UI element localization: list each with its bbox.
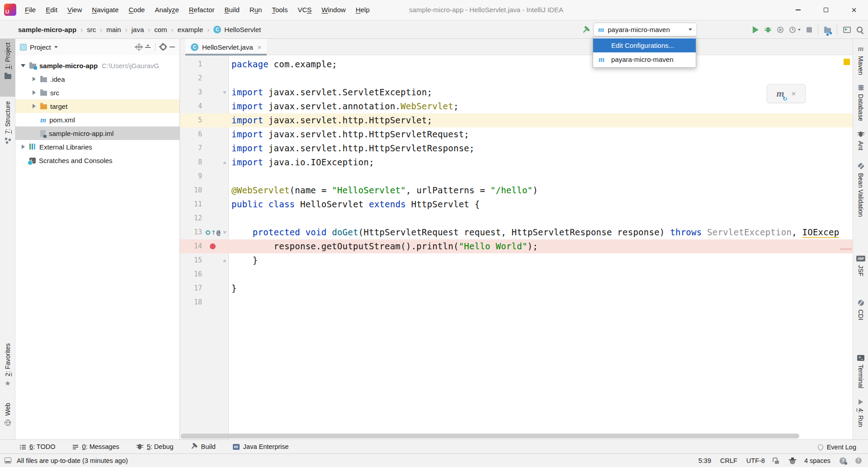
fold-down-icon[interactable]: [223, 91, 226, 94]
tree-item-scratches-and-consoles[interactable]: Scratches and Consoles: [15, 154, 179, 167]
collapse-all-button[interactable]: [145, 44, 151, 50]
breadcrumb-item-main[interactable]: main: [106, 26, 121, 33]
restore-button[interactable]: [812, 0, 840, 20]
highlighting-level-icon[interactable]: [790, 459, 795, 464]
notifications-icon[interactable]: [855, 458, 862, 464]
close-button[interactable]: ×: [840, 0, 868, 20]
tree-arrow-icon[interactable]: [31, 104, 37, 108]
locate-file-button[interactable]: [136, 44, 142, 50]
override-marker-icon[interactable]: [206, 230, 210, 235]
profiler-button[interactable]: [789, 27, 796, 33]
minimize-button[interactable]: [784, 0, 812, 20]
tree-arrow-icon[interactable]: [31, 77, 37, 81]
run-button[interactable]: [753, 26, 759, 33]
inspection-indicator-icon[interactable]: [844, 59, 850, 65]
project-structure-button[interactable]: [824, 28, 831, 33]
stripe-button-database[interactable]: Database: [853, 81, 868, 123]
breadcrumb-item-src[interactable]: src: [87, 26, 96, 33]
caret-position[interactable]: 5:39: [698, 457, 711, 464]
hide-panel-button[interactable]: [170, 47, 175, 47]
tree-item-idea[interactable]: .idea: [15, 72, 179, 86]
settings-gear-button[interactable]: [160, 44, 166, 50]
lock-icon[interactable]: [775, 461, 779, 464]
toolwindow-button-5-debug[interactable]: 5: Debug: [137, 443, 174, 451]
tree-arrow-icon[interactable]: [31, 90, 37, 95]
stripe-button-1-project[interactable]: 1: Project: [0, 39, 15, 97]
code-line-14: 14 response.getOutputStream().println("H…: [180, 239, 853, 253]
run-configuration-select[interactable]: m payara-micro-maven: [593, 23, 697, 37]
tree-item-sample-micro-app-iml[interactable]: sample-micro-app.iml: [15, 126, 179, 140]
menu-refactor[interactable]: Refactor: [184, 0, 220, 20]
indent-setting[interactable]: 4 spaces: [804, 457, 830, 464]
menu-build[interactable]: Build: [219, 0, 244, 20]
event-log-button[interactable]: Event Log: [818, 440, 856, 454]
stripe-button-4-run[interactable]: 4: Run: [853, 396, 868, 425]
tree-item-external-libraries[interactable]: External Libraries: [15, 140, 179, 154]
menu-navigate[interactable]: Navigate: [87, 0, 123, 20]
fold-up-icon[interactable]: [223, 161, 226, 164]
fold-up-icon[interactable]: [223, 259, 226, 262]
dropdown-option-payara-micro-maven[interactable]: mpayara-micro-maven: [593, 52, 696, 66]
menu-code[interactable]: Code: [124, 0, 150, 20]
breadcrumb-item-example[interactable]: example: [178, 26, 203, 33]
tab-helloservlet-java[interactable]: HelloServlet.java ×: [185, 39, 267, 55]
stripe-label: Bean Validation: [857, 173, 864, 217]
tree-item-label: External Libraries: [39, 143, 92, 151]
encoding[interactable]: UTF-8: [746, 457, 765, 464]
stripe-button-2-favorites[interactable]: 2: Favorites: [0, 340, 15, 397]
tree-item-pom-xml[interactable]: mpom.xml: [15, 113, 179, 126]
fold-down-icon[interactable]: [223, 231, 226, 234]
breadcrumb-item-helloservlet[interactable]: HelloServlet: [224, 26, 261, 33]
close-tab-icon[interactable]: ×: [258, 44, 262, 51]
stripe-button-ant[interactable]: Ant: [853, 127, 868, 163]
tree-item-target[interactable]: target: [15, 99, 179, 113]
menu-file[interactable]: File: [20, 0, 41, 20]
project-view-select[interactable]: Project: [20, 43, 58, 51]
stop-button[interactable]: [807, 27, 812, 33]
toolwindow-button-build[interactable]: Build: [191, 443, 216, 451]
tree-item-sample-micro-app[interactable]: sample-micro-appC:\Users\jGauravG: [15, 59, 179, 72]
stripe-button-7-structure[interactable]: 7: Structure: [0, 98, 15, 154]
toolwindow-toggle-icon[interactable]: [5, 458, 11, 463]
toolwindow-button-java-enterprise[interactable]: Java Enterprise: [233, 443, 289, 451]
widget-close-icon[interactable]: ×: [792, 90, 796, 98]
toolwindow-button-0-messages[interactable]: 0: Messages: [73, 443, 119, 451]
toolwindow-button-label: 5: Debug: [147, 443, 174, 450]
breadcrumb-item-com[interactable]: com: [154, 26, 167, 33]
menu-edit[interactable]: Edit: [41, 0, 62, 20]
line-ending[interactable]: CRLF: [720, 457, 737, 464]
breadcrumb-item-java[interactable]: java: [132, 26, 144, 33]
menu-view[interactable]: View: [62, 0, 87, 20]
dropdown-option-edit-configurations[interactable]: Edit Configurations...: [593, 38, 696, 52]
tree-arrow-icon[interactable]: [20, 145, 26, 149]
debug-button[interactable]: [764, 27, 771, 33]
search-everywhere-button[interactable]: [857, 27, 863, 33]
stripe-button-cdi[interactable]: CDI: [853, 296, 868, 330]
stripe-button-maven[interactable]: mMaven: [853, 42, 868, 79]
build-hammer-icon[interactable]: [582, 26, 590, 33]
profiler-chevron-icon[interactable]: [798, 29, 801, 31]
menu-window[interactable]: Window: [316, 0, 350, 20]
horizontal-scrollbar[interactable]: [181, 434, 799, 439]
title-bar: IJ FileEditViewNavigateCodeAnalyzeRefact…: [0, 0, 868, 20]
toolwindow-button-6-todo[interactable]: 6: TODO: [20, 443, 56, 451]
code-editor[interactable]: 1package com.example;23import javax.serv…: [180, 56, 853, 439]
tree-arrow-icon[interactable]: [20, 64, 26, 67]
coverage-button[interactable]: [777, 27, 783, 33]
reader-mode-icon[interactable]: [840, 458, 846, 464]
maven-reload-widget[interactable]: m ×: [767, 84, 806, 103]
code-line-13: 13↑@ protected void doGet(HttpServletReq…: [180, 225, 853, 239]
menu-run[interactable]: Run: [245, 0, 267, 20]
menu-analyze[interactable]: Analyze: [150, 0, 184, 20]
menu-help[interactable]: Help: [351, 0, 375, 20]
stripe-button-bean-validation[interactable]: Bean Validation: [853, 159, 868, 227]
menu-vcs[interactable]: VCS: [292, 0, 316, 20]
tree-item-src[interactable]: src: [15, 86, 179, 99]
breadcrumb-item-sample-micro-app[interactable]: sample-micro-app: [18, 26, 76, 33]
breakpoint-icon[interactable]: [210, 243, 216, 249]
stripe-button-web[interactable]: Web: [0, 399, 15, 441]
menu-tools[interactable]: Tools: [267, 0, 292, 20]
run-tool-window-button[interactable]: [843, 27, 851, 33]
stripe-button-terminal[interactable]: Terminal: [853, 351, 868, 394]
stripe-button-jsf[interactable]: JSF: [853, 252, 868, 282]
